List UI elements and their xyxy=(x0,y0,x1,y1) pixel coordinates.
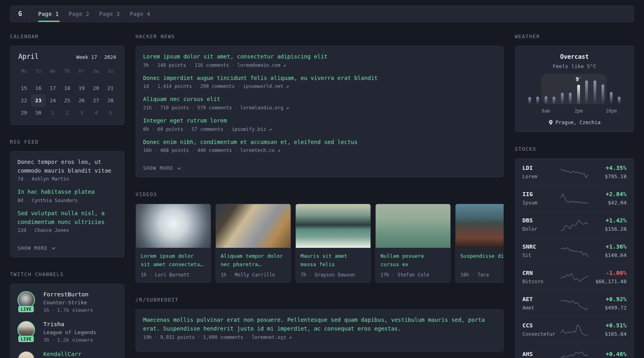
stock-row[interactable]: LDI Lorem +4.35% $795.18 xyxy=(522,159,627,185)
dot-separator xyxy=(29,228,32,233)
left-column: CALENDAR April Week 172024 MoTuWeThFrSaS… xyxy=(10,33,124,358)
video-thumbnail[interactable] xyxy=(456,204,504,248)
rss-item-meta: 8dCynthia Saunders xyxy=(17,198,117,203)
stock-row[interactable]: DBS Dolor +1.42% $156.28 xyxy=(522,211,627,237)
video-title[interactable]: Lorem ipsum dolor sit amet consectetu… xyxy=(141,252,206,268)
video-title[interactable]: Aliquam tempor dolor nec pharetra… xyxy=(221,252,286,268)
stock-change: +1.42% xyxy=(592,217,627,224)
video-channel[interactable]: Lori Barnett xyxy=(155,272,190,278)
tab-page-4[interactable]: Page 4 xyxy=(130,6,150,22)
hn-item-comments[interactable]: 57 comments xyxy=(192,126,223,132)
calendar-day: 25 xyxy=(60,94,74,107)
dot-separator xyxy=(26,176,29,182)
dot-separator xyxy=(151,62,154,68)
stock-sparkline xyxy=(561,192,588,205)
twitch-card: LIVE ForrestBurton Counter-Strike 1h1.7k… xyxy=(10,284,124,358)
weather-condition: Overcast xyxy=(520,53,629,60)
stock-row[interactable]: CRN Bitcorn -1.00% $66,171.48 xyxy=(522,264,627,290)
rss-item-title[interactable]: In hac habitasse platea xyxy=(17,188,117,197)
stock-symbol: IIG xyxy=(522,191,557,197)
hn-item-title[interactable]: Integer eget rutrum lorem xyxy=(143,117,496,125)
calendar-weekday: Tu xyxy=(31,65,45,77)
hn-item-title[interactable]: Aliquam nec cursus elit xyxy=(143,95,496,104)
rss-show-more-button[interactable]: SHOW MORE xyxy=(17,245,56,251)
stock-change: +0.46% xyxy=(592,351,627,357)
video-time: 18h xyxy=(460,272,469,278)
hn-item-domain[interactable]: loremtech.co xyxy=(240,148,275,153)
reddit-post-title[interactable]: Maecenas mollis pulvinar erat non posuer… xyxy=(143,316,496,333)
twitch-channel-name[interactable]: ForrestBurton xyxy=(43,291,93,298)
app-logo: G xyxy=(10,6,30,22)
hn-item-domain[interactable]: ipsumify.biz xyxy=(232,126,266,132)
hn-item-time: 6h xyxy=(143,126,149,132)
rss-item-time: 12d xyxy=(17,228,26,233)
avatar[interactable] xyxy=(17,351,35,358)
dot-separator xyxy=(472,272,475,278)
video-channel[interactable]: Molly Carrillo xyxy=(235,272,275,278)
hn-item-comments[interactable]: 116 comments xyxy=(194,62,229,68)
twitch-channel-name[interactable]: Trisha xyxy=(43,321,96,327)
calendar-day: 2 xyxy=(60,107,74,119)
rss-item-meta: 12dChance Jones xyxy=(17,228,117,233)
video-meta: 18hTara xyxy=(460,272,504,278)
stock-row[interactable]: CCS Consectetur +0.51% $165.84 xyxy=(522,316,627,342)
tab-page-3[interactable]: Page 3 xyxy=(99,6,120,22)
hn-item-comments[interactable]: 440 comments xyxy=(197,148,232,153)
hn-item-comments[interactable]: 579 comments xyxy=(197,105,232,111)
video-channel[interactable]: Grayson Dawson xyxy=(315,272,355,278)
rss-item-author: Ashlyn Martin xyxy=(32,176,69,182)
tab-page-1[interactable]: Page 1 xyxy=(38,6,59,22)
video-title[interactable]: Nullam posuere cursus ex xyxy=(380,252,446,268)
stock-row[interactable]: AHS +0.46% xyxy=(522,342,627,358)
video-thumbnail[interactable] xyxy=(376,204,450,248)
video-title[interactable]: Suspendisse diam xyxy=(460,252,504,268)
stock-row[interactable]: IIG Ipsum +2.84% $42.04 xyxy=(522,185,627,211)
dot-separator xyxy=(235,148,237,153)
hn-item-domain[interactable]: loremdomain.com xyxy=(237,62,280,68)
twitch-avatar-wrap: LIVE xyxy=(17,291,37,313)
hn-item-domain[interactable]: loremlandia.org xyxy=(240,105,283,111)
video-thumbnail[interactable] xyxy=(136,204,211,248)
rss-item-title[interactable]: Donec tempor eros leo, ut commodo mauris… xyxy=(17,158,117,175)
video-thumbnail[interactable] xyxy=(216,204,291,248)
weather-bar xyxy=(594,80,596,104)
dot-separator xyxy=(392,272,395,278)
tab-page-2[interactable]: Page 2 xyxy=(69,6,89,22)
dot-separator xyxy=(192,148,194,153)
video-channel[interactable]: Stefan Cole xyxy=(398,272,429,278)
twitch-channel-info: ForrestBurton Counter-Strike 1h1.7k view… xyxy=(43,291,93,313)
video-channel[interactable]: Tara xyxy=(477,272,489,278)
stock-name: Amet xyxy=(522,305,557,311)
page-tabs: Page 1 Page 2 Page 3 Page 4 xyxy=(30,6,160,22)
twitch-channel-name[interactable]: KendallCarr xyxy=(43,351,81,357)
hour-label: 6am xyxy=(542,108,550,114)
hn-item-domain[interactable]: ipsumworld.net xyxy=(243,84,283,89)
calendar-day: 3 xyxy=(74,107,89,119)
weather-location: Prague, Czechia xyxy=(520,119,629,125)
stock-row[interactable]: AET Amet +0.92% $499.72 xyxy=(522,290,627,316)
hn-item-title[interactable]: Donec imperdiet augue tincidunt felis al… xyxy=(143,74,496,83)
weather-bar xyxy=(585,80,588,104)
hn-item-title[interactable]: Donec enim nibh, condimentum et accumsan… xyxy=(143,138,496,147)
reddit-post-comments[interactable]: 1,090 comments xyxy=(203,335,243,340)
hour-label: 2pm xyxy=(574,108,583,114)
hn-item-time: 16h xyxy=(143,148,152,153)
video-title[interactable]: Mauris sit amet massa felis xyxy=(301,252,366,268)
weather-bar xyxy=(610,92,613,104)
hackernews-show-more-button[interactable]: SHOW MORE xyxy=(143,165,181,171)
calendar-day: 22 xyxy=(17,94,31,107)
stock-row[interactable]: SNRC Sit +1.36% $148.64 xyxy=(522,237,627,264)
chevron-down-icon xyxy=(177,167,181,170)
weather-card: Overcast Feels like 5°C 9° 6am 2pm 10pm … xyxy=(515,46,634,132)
hn-item-title[interactable]: Lorem ipsum dolor sit amet, consectetur … xyxy=(143,53,496,61)
stock-name: Dolor xyxy=(522,226,557,232)
external-link-icon: ↗ xyxy=(283,62,286,68)
rss-item-title[interactable]: Sed volutpat nulla nisl, a condimentum n… xyxy=(17,209,117,226)
video-info: Lorem ipsum dolor sit amet consectetu… 1… xyxy=(136,248,211,282)
twitch-channel-info: Trisha League of Legends 3h1.2k viewers xyxy=(43,321,96,343)
reddit-post-domain[interactable]: loremnet.xyz xyxy=(252,335,286,340)
video-thumbnail[interactable] xyxy=(296,204,370,248)
hn-item-comments[interactable]: 299 comments xyxy=(200,84,235,89)
stock-name: Consectetur xyxy=(522,331,557,337)
hn-item-meta: 21h710 points579 commentsloremlandia.org… xyxy=(143,105,496,111)
